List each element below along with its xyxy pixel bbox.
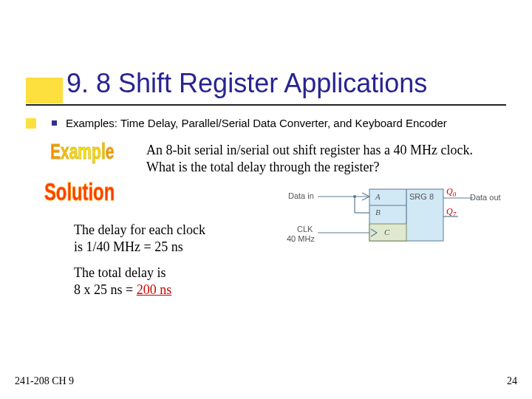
label-b: B: [375, 208, 381, 216]
solution-answer: 200 ns: [137, 282, 172, 297]
bullet-square-icon: [52, 120, 57, 126]
label-clk: CLK: [297, 225, 313, 233]
label-clk-freq: 40 MHz: [287, 234, 315, 243]
label-q0: Q0: [446, 186, 457, 198]
label-data-out: Data out: [470, 193, 501, 202]
example-body: An 8-bit serial in/serial out shift regi…: [146, 142, 480, 175]
wordart-solution: Solution: [44, 177, 115, 206]
solution-line-1a: The delay for each clock: [74, 222, 205, 237]
wordart-example: Example: [50, 139, 114, 164]
solution-line-2: The total delay is 8 x 25 ns = 200 ns: [74, 265, 171, 299]
label-data-in: Data in: [288, 191, 314, 200]
label-srg: SRG 8: [409, 192, 434, 201]
footer-left: 241-208 CH 9: [15, 375, 74, 387]
solution-line-1: The delay for each clock is 1/40 MHz = 2…: [74, 222, 205, 256]
label-c: C: [384, 228, 390, 236]
title-underline: [26, 104, 506, 106]
page-title: 9. 8 Shift Register Applications: [66, 68, 427, 99]
solution-line-2b-pre: 8 x 25 ns =: [74, 282, 137, 297]
label-a: A: [375, 192, 381, 201]
bullet-accent-square: [26, 118, 36, 129]
bullet-text: Examples: Time Delay, Parallel/Serial Da…: [66, 117, 447, 129]
footer-page-number: 24: [507, 375, 517, 387]
bullet-row: Examples: Time Delay, Parallel/Serial Da…: [52, 117, 447, 129]
svg-point-7: [353, 195, 356, 198]
solution-line-1b: is 1/40 MHz = 25 ns: [74, 239, 183, 254]
label-q7: Q7: [446, 206, 457, 218]
solution-line-2a: The total delay is: [74, 265, 166, 280]
title-accent-block: [26, 78, 63, 103]
circuit-diagram: Data in CLK 40 MHz A B C SRG 8 Q0 Q7 Dat…: [266, 183, 502, 265]
